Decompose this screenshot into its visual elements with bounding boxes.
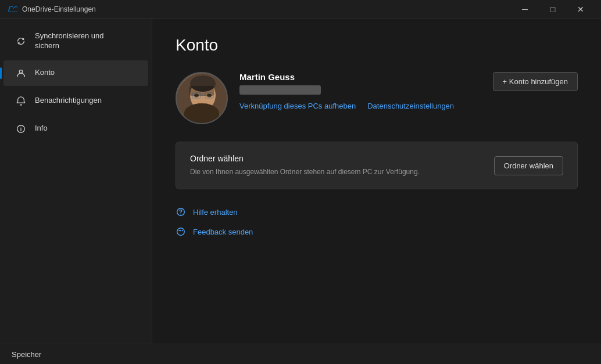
content-area: Konto <box>152 19 601 344</box>
storage-bar: Speicher <box>0 344 601 364</box>
privacy-settings-link[interactable]: Datenschutzeinstellungen <box>367 102 454 110</box>
app-title: OneDrive-Einstellungen <box>22 5 96 13</box>
close-button[interactable]: ✕ <box>567 0 594 19</box>
feedback-label: Feedback senden <box>193 228 253 236</box>
sidebar-item-konto[interactable]: Konto <box>3 60 148 86</box>
links-section: Hilfe erhalten Feedback senden <box>176 207 578 237</box>
sidebar-item-info-label: Info <box>35 124 48 134</box>
help-icon <box>176 207 186 217</box>
add-account-button[interactable]: + Konto hinzufügen <box>493 72 578 91</box>
minimize-button[interactable]: ─ <box>511 0 538 19</box>
sidebar-item-sync[interactable]: Synchronisieren und sichern <box>3 24 148 58</box>
avatar <box>176 72 228 124</box>
window-controls: ─ □ ✕ <box>511 0 594 19</box>
info-icon <box>15 123 27 135</box>
svg-point-17 <box>182 230 183 231</box>
svg-point-15 <box>177 228 185 236</box>
svg-point-3 <box>20 127 21 127</box>
sidebar-item-sync-label: Synchronisieren und sichern <box>35 31 104 51</box>
title-bar: OneDrive-Einstellungen ─ □ ✕ <box>0 0 601 19</box>
main-content: Synchronisieren und sichern Konto Benach… <box>0 19 601 344</box>
svg-point-16 <box>178 230 180 231</box>
avatar-image <box>177 73 227 123</box>
person-icon <box>15 67 27 79</box>
account-section: Martin Geuss Verknüpfung dieses PCs aufh… <box>176 72 578 124</box>
avatar-svg <box>177 73 228 124</box>
maximize-button[interactable]: □ <box>539 0 566 19</box>
unlink-pc-link[interactable]: Verknüpfung dieses PCs aufheben <box>239 102 356 110</box>
svg-point-18 <box>180 230 181 231</box>
title-bar-left: OneDrive-Einstellungen <box>7 4 96 15</box>
account-info: Martin Geuss Verknüpfung dieses PCs aufh… <box>239 72 481 110</box>
sidebar: Synchronisieren und sichern Konto Benach… <box>0 19 152 344</box>
svg-point-0 <box>19 70 22 73</box>
svg-point-12 <box>207 94 212 98</box>
account-name: Martin Geuss <box>239 72 481 82</box>
folder-section-title: Ordner wählen <box>190 154 420 163</box>
feedback-link[interactable]: Feedback senden <box>176 226 578 237</box>
account-email <box>239 85 321 95</box>
help-link[interactable]: Hilfe erhalten <box>176 207 578 217</box>
page-title: Konto <box>176 36 578 55</box>
sync-icon <box>15 35 27 47</box>
feedback-icon <box>176 226 186 237</box>
folder-section: Ordner wählen Die von Ihnen ausgewählten… <box>176 142 578 189</box>
svg-point-14 <box>180 214 181 214</box>
storage-label: Speicher <box>12 350 41 359</box>
account-links: Verknüpfung dieses PCs aufheben Datensch… <box>239 102 481 110</box>
bell-icon <box>15 95 27 107</box>
sidebar-item-konto-label: Konto <box>35 68 55 78</box>
onedrive-icon <box>7 4 17 15</box>
help-label: Hilfe erhalten <box>193 208 238 217</box>
folder-info: Ordner wählen Die von Ihnen ausgewählten… <box>190 154 420 177</box>
svg-point-7 <box>185 108 220 124</box>
sidebar-item-notifications-label: Benachrichtigungen <box>35 96 102 106</box>
sidebar-item-notifications[interactable]: Benachrichtigungen <box>3 88 148 114</box>
svg-point-6 <box>190 75 216 92</box>
sidebar-item-info[interactable]: Info <box>3 116 148 142</box>
folder-section-description: Die von Ihnen ausgewählten Ordner stehen… <box>190 167 420 177</box>
choose-folder-button[interactable]: Ordner wählen <box>494 156 563 175</box>
svg-point-11 <box>194 94 199 98</box>
